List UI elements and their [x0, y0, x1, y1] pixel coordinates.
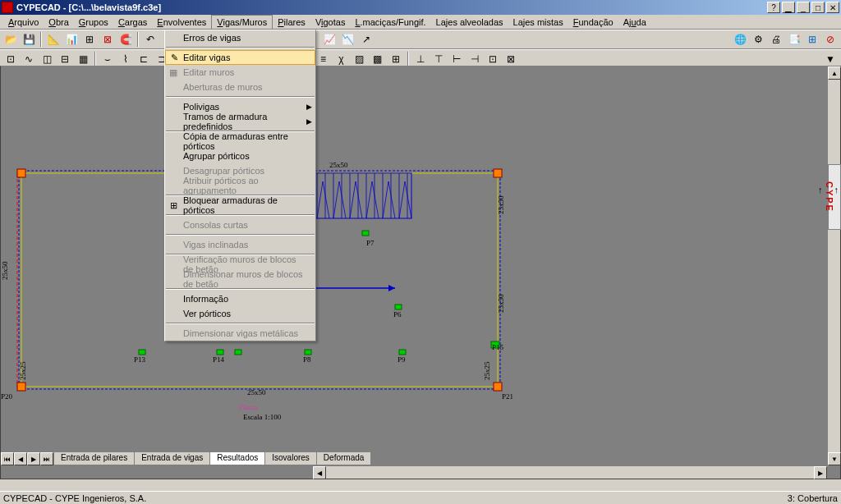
tool-icon[interactable]: ⊣: [466, 51, 483, 67]
svg-text:25x25: 25x25: [483, 361, 491, 380]
tab-entrada-pilares[interactable]: Entrada de pilares: [53, 452, 135, 465]
tool-icon[interactable]: ⊟: [57, 51, 73, 67]
menu-item-label: Tramos de armadura predefinidos: [183, 112, 304, 131]
menu-lajes-mistas[interactable]: Lajes mistas: [508, 16, 568, 29]
menu-item-icon: ▦: [167, 66, 180, 78]
mdi-minimize-button[interactable]: ▁: [782, 2, 795, 13]
svg-rect-38: [494, 169, 502, 177]
tab-prev-icon[interactable]: ◀: [14, 452, 27, 465]
maximize-button[interactable]: □: [811, 2, 825, 13]
sheet-tabs: ⏮ ◀ ▶ ⏭ Entrada de pilares Entrada de vi…: [1, 452, 370, 465]
separator: [407, 52, 409, 66]
titlebar: CYPECAD - [C:\...\belavista9f.c3e] ? ▁ _…: [0, 0, 841, 15]
chart-icon[interactable]: 📉: [340, 31, 356, 48]
config-icon[interactable]: ⊞: [804, 31, 820, 48]
menu-item-label: Ver pórticos: [183, 309, 231, 318]
menu-item-erros-de-vigas[interactable]: Erros de vigas: [165, 30, 315, 45]
scroll-left-icon[interactable]: ◀: [313, 466, 326, 479]
menu-item-ver-p-rticos[interactable]: Ver pórticos: [165, 306, 315, 321]
tool-icon[interactable]: ⊞: [81, 31, 98, 48]
svg-rect-39: [17, 383, 25, 391]
tab-isovalores[interactable]: Isovalores: [264, 452, 317, 465]
tool-icon[interactable]: ⊡: [2, 51, 19, 67]
tool-icon[interactable]: ⊏: [136, 51, 152, 67]
svg-marker-35: [388, 285, 395, 291]
print-icon[interactable]: 🖨: [768, 31, 784, 48]
menu-item-bloquear-armaduras-de-p-rticos[interactable]: ⊞Bloquear armaduras de pórticos: [165, 198, 315, 213]
menu-cargas[interactable]: Cargas: [113, 16, 152, 29]
tool-icon[interactable]: ⊞: [388, 51, 404, 67]
open-icon[interactable]: 📂: [2, 31, 19, 48]
menu-obra[interactable]: Obra: [44, 16, 73, 29]
menu-item-label: Dimensionar muros de blocos de betão: [183, 269, 304, 289]
svg-rect-57: [235, 350, 241, 355]
tool-icon[interactable]: ⊤: [430, 51, 447, 67]
svg-rect-60: [399, 350, 406, 355]
tool-icon[interactable]: ⊥: [412, 51, 429, 67]
menu-item-agrupar-p-rticos[interactable]: Agrupar pórticos: [165, 149, 315, 163]
tab-last-icon[interactable]: ⏭: [40, 452, 53, 465]
down-icon[interactable]: ▼: [822, 51, 839, 67]
undo-icon[interactable]: ↶: [142, 31, 159, 48]
minimize-button[interactable]: _: [797, 2, 810, 13]
help-button[interactable]: ?: [767, 2, 780, 13]
globe-icon[interactable]: 🌐: [732, 31, 748, 48]
chart-icon[interactable]: ↗: [358, 31, 375, 48]
exit-icon[interactable]: ⊘: [822, 31, 839, 48]
horizontal-scrollbar[interactable]: ◀ ▶: [313, 465, 827, 479]
menu-item-tramos-de-armadura-predefinidos[interactable]: Tramos de armadura predefinidos▶: [165, 114, 315, 129]
menu-vigas-muros[interactable]: Vigas/Muros: [211, 15, 273, 29]
tab-resultados[interactable]: Resultados: [209, 452, 265, 465]
menu-lmacicas[interactable]: L.maciças/Fungif.: [350, 16, 430, 29]
svg-rect-45: [362, 231, 369, 236]
brand-sidebar[interactable]: ↑ CYPE ↑: [828, 164, 841, 230]
vertical-scrollbar[interactable]: ▲ ▼: [827, 66, 840, 465]
tool-icon[interactable]: ⊡: [485, 51, 501, 67]
tool-icon[interactable]: 📊: [63, 31, 80, 48]
tool-icon[interactable]: ∿: [21, 51, 37, 67]
scroll-down-icon[interactable]: ▼: [828, 452, 841, 465]
close-button[interactable]: ✕: [826, 2, 839, 13]
menu-grupos[interactable]: Grupos: [74, 16, 113, 29]
tool-icon[interactable]: ◫: [39, 51, 55, 67]
menu-item-label: Bloquear armaduras de pórticos: [183, 195, 304, 215]
tool-icon[interactable]: ⊢: [448, 51, 465, 67]
menu-fundacao[interactable]: Fundação: [568, 16, 618, 29]
menu-arquivo[interactable]: Arquivo: [3, 16, 44, 29]
separator: [137, 32, 139, 47]
scroll-right-icon[interactable]: ▶: [814, 466, 827, 479]
tool-icon[interactable]: ⊠: [503, 51, 519, 67]
save-icon[interactable]: 💾: [21, 31, 37, 48]
menubar: Arquivo Obra Grupos Cargas Envolventes V…: [0, 15, 841, 30]
tool-icon[interactable]: χ: [333, 51, 350, 67]
layers-icon[interactable]: 📑: [786, 31, 802, 48]
tool-icon[interactable]: ▨: [352, 51, 368, 67]
magnet-icon[interactable]: 🧲: [117, 31, 134, 48]
tool-icon[interactable]: ⌇: [117, 51, 134, 67]
tool-icon[interactable]: 📐: [45, 31, 62, 48]
tab-next-icon[interactable]: ▶: [27, 452, 40, 465]
tab-entrada-vigas[interactable]: Entrada de vigas: [134, 452, 210, 465]
tab-deformada[interactable]: Deformada: [316, 452, 371, 465]
grid-icon[interactable]: ⊠: [99, 31, 116, 48]
svg-rect-37: [17, 169, 25, 177]
tab-first-icon[interactable]: ⏮: [1, 452, 14, 465]
svg-text:25x50: 25x50: [247, 388, 266, 396]
menu-item-editar-vigas[interactable]: ✎Editar vigas: [165, 50, 315, 65]
tool-icon[interactable]: ≡: [315, 51, 332, 67]
tool-icon[interactable]: ▦: [75, 51, 91, 67]
settings-icon[interactable]: ⚙: [750, 31, 766, 48]
tool-icon[interactable]: ⌣: [99, 51, 116, 67]
drawing-canvas[interactable]: h=25 P18 P7 P5 P6 P13 P14: [1, 66, 827, 465]
menu-lajes-alv[interactable]: Lajes alveoladas: [431, 16, 508, 29]
menu-ajuda[interactable]: Ajuda: [618, 16, 651, 29]
svg-text:25x50: 25x50: [497, 195, 505, 214]
menu-vigotas[interactable]: Vigotas: [310, 16, 351, 29]
menu-item-informa-o[interactable]: Informação: [165, 291, 315, 306]
menu-item-c-pia-de-armaduras-entre-p-rticos[interactable]: Cópia de armaduras entre pórticos: [165, 134, 315, 149]
chart-icon[interactable]: 📈: [322, 31, 338, 48]
tool-icon[interactable]: ▩: [370, 51, 386, 67]
scroll-up-icon[interactable]: ▲: [828, 66, 841, 80]
menu-pilares[interactable]: Pilares: [273, 16, 310, 29]
menu-envolventes[interactable]: Envolventes: [152, 16, 211, 29]
